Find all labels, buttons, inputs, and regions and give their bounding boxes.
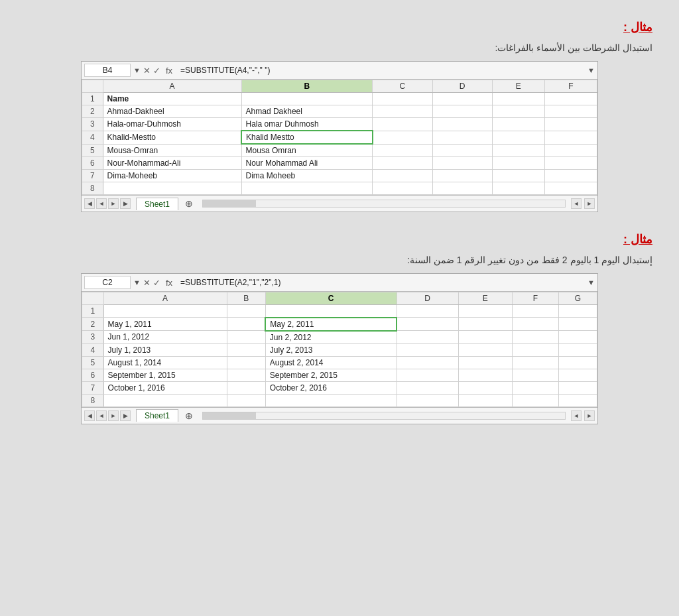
cell-D4-s2[interactable]	[397, 343, 458, 356]
cell-A7-s2[interactable]: October 1, 2016	[103, 381, 227, 394]
sheet-scroll-left-2[interactable]: ◄	[571, 410, 582, 421]
cell-F6-s2[interactable]	[513, 369, 559, 381]
cell-C7-s2[interactable]: October 2, 2016	[265, 381, 397, 394]
cell-G4-s2[interactable]	[558, 343, 597, 356]
cell-B5-s2[interactable]	[227, 356, 265, 369]
cell-A6[interactable]: Nour-Mohammad-Ali	[103, 157, 241, 170]
cell-E7-s2[interactable]	[458, 381, 512, 394]
cell-C7[interactable]	[373, 170, 432, 182]
col-header-A-2[interactable]: A	[103, 292, 227, 305]
cell-A7[interactable]: Dima-Moheeb	[103, 170, 241, 182]
cell-ref-2[interactable]: C2	[84, 276, 131, 289]
cell-F8-s2[interactable]	[513, 394, 559, 406]
cell-F6[interactable]	[544, 157, 597, 170]
col-header-D-1[interactable]: D	[432, 80, 492, 93]
sheet-nav-left-2[interactable]: ◄	[96, 410, 107, 421]
col-header-B-2[interactable]: B	[227, 292, 265, 305]
formula-bar-dropdown-1[interactable]: ▼	[587, 66, 595, 74]
cell-C2[interactable]	[373, 105, 432, 118]
sheet-scroll-left-1[interactable]: ◄	[571, 198, 582, 209]
cell-E1[interactable]	[492, 93, 544, 105]
sheet-nav-left-end-2[interactable]: ◀	[84, 410, 95, 421]
cell-C8-s2[interactable]	[265, 394, 397, 406]
sheet-nav-right-2[interactable]: ►	[108, 410, 119, 421]
cell-E6-s2[interactable]	[458, 369, 512, 381]
cell-A8-s2[interactable]	[103, 394, 227, 406]
cell-D1-s2[interactable]	[397, 305, 458, 318]
cell-A1[interactable]: Name	[103, 93, 241, 105]
cell-E5[interactable]	[492, 144, 544, 157]
cell-B3[interactable]: Hala omar Duhmosh	[241, 118, 373, 131]
cell-E8-s2[interactable]	[458, 394, 512, 406]
cell-A5[interactable]: Mousa-Omran	[103, 144, 241, 157]
cell-E8[interactable]	[492, 182, 544, 195]
cell-F4-s2[interactable]	[513, 343, 559, 356]
cell-G8-s2[interactable]	[558, 394, 597, 406]
cell-D5[interactable]	[432, 144, 492, 157]
cell-B2[interactable]: Ahmad Dakheel	[241, 105, 373, 118]
check-icon-2[interactable]: ✓	[153, 278, 160, 288]
sheet-add-btn-2[interactable]: ⊕	[181, 409, 197, 422]
cell-B8-s2[interactable]	[227, 394, 265, 406]
sheet-nav-right-end-2[interactable]: ▶	[120, 410, 131, 421]
cell-E6[interactable]	[492, 157, 544, 170]
sheet-nav-right-end[interactable]: ▶	[120, 198, 131, 209]
cell-D3[interactable]	[432, 118, 492, 131]
sheet-scrollbar-1[interactable]	[202, 200, 566, 208]
cell-F3-s2[interactable]	[513, 331, 559, 344]
cell-G1-s2[interactable]	[558, 305, 597, 318]
col-header-C-1[interactable]: C	[373, 80, 432, 93]
sheet-scroll-right-2[interactable]: ►	[584, 410, 595, 421]
cell-B1[interactable]	[241, 93, 373, 105]
cell-A2-s2[interactable]: May 1, 2011	[103, 318, 227, 331]
formula-input-1[interactable]: =SUBSTITUTE(A4,"-"," ")	[178, 64, 585, 76]
cell-G5-s2[interactable]	[558, 356, 597, 369]
cell-B4-active[interactable]: Khalid Mestto	[241, 131, 373, 144]
cell-D4[interactable]	[432, 131, 492, 144]
cell-B1-s2[interactable]	[227, 305, 265, 318]
cell-D7-s2[interactable]	[397, 381, 458, 394]
cell-E2[interactable]	[492, 105, 544, 118]
cell-E7[interactable]	[492, 170, 544, 182]
cell-C6[interactable]	[373, 157, 432, 170]
sheet-nav-right[interactable]: ►	[108, 198, 119, 209]
cell-G2-s2[interactable]	[558, 318, 597, 331]
cell-A5-s2[interactable]: August 1, 2014	[103, 356, 227, 369]
cell-E3[interactable]	[492, 118, 544, 131]
cell-G6-s2[interactable]	[558, 369, 597, 381]
dropdown-arrow-2[interactable]: ▼	[133, 278, 141, 286]
close-icon-2[interactable]: ✕	[143, 278, 151, 288]
cell-F8[interactable]	[544, 182, 597, 195]
cell-F7[interactable]	[544, 170, 597, 182]
col-header-G-2[interactable]: G	[558, 292, 597, 305]
cell-ref-1[interactable]: B4	[84, 64, 131, 77]
cell-B7[interactable]: Dima Moheeb	[241, 170, 373, 182]
dropdown-arrow-1[interactable]: ▼	[133, 66, 141, 74]
formula-bar-dropdown-2[interactable]: ▼	[587, 278, 595, 286]
cell-E4-s2[interactable]	[458, 343, 512, 356]
cell-F1[interactable]	[544, 93, 597, 105]
cell-E4[interactable]	[492, 131, 544, 144]
cell-C5[interactable]	[373, 144, 432, 157]
col-header-D-2[interactable]: D	[397, 292, 458, 305]
cell-A3[interactable]: Hala-omar-Duhmosh	[103, 118, 241, 131]
cell-A8[interactable]	[103, 182, 241, 195]
cell-F3[interactable]	[544, 118, 597, 131]
cell-D6[interactable]	[432, 157, 492, 170]
cell-F1-s2[interactable]	[513, 305, 559, 318]
cell-C3-s2[interactable]: Jun 2, 2012	[265, 331, 397, 344]
cell-C5-s2[interactable]: August 2, 2014	[265, 356, 397, 369]
cell-D2[interactable]	[432, 105, 492, 118]
formula-input-2[interactable]: =SUBSTITUTE(A2,"1","2",1)	[178, 277, 585, 288]
sheet-add-btn-1[interactable]: ⊕	[181, 197, 197, 210]
cell-D3-s2[interactable]	[397, 331, 458, 344]
cell-E5-s2[interactable]	[458, 356, 512, 369]
cell-F2[interactable]	[544, 105, 597, 118]
cell-B6-s2[interactable]	[227, 369, 265, 381]
sheet-scrollbar-2[interactable]	[202, 412, 566, 420]
cell-F2-s2[interactable]	[513, 318, 559, 331]
cell-A1-s2[interactable]	[103, 305, 227, 318]
cell-D8-s2[interactable]	[397, 394, 458, 406]
cell-D2-s2[interactable]	[397, 318, 458, 331]
sheet-scroll-right-1[interactable]: ►	[584, 198, 595, 209]
